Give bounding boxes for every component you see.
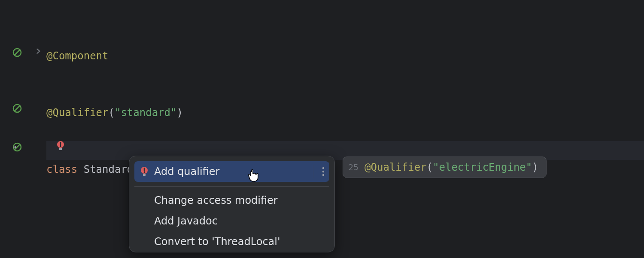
- intention-item-add-qualifier[interactable]: Add qualifier: [134, 161, 329, 182]
- annotation: @Qualifier: [46, 107, 109, 119]
- punct-close-paren: ): [176, 107, 182, 119]
- intention-item-label: Convert to 'ThreadLocal': [154, 236, 280, 248]
- punct-open-paren: (: [427, 161, 433, 173]
- menu-separator: [134, 186, 329, 187]
- intention-bulb-icon[interactable]: [56, 140, 65, 151]
- kebab-menu-icon[interactable]: [313, 165, 327, 178]
- fold-chevron-icon[interactable]: [34, 47, 42, 55]
- keyword-class: class: [46, 163, 77, 175]
- intention-actions-popup: Add qualifier Change access modifier Add…: [129, 156, 335, 252]
- intention-item-label: Add qualifier: [154, 166, 219, 178]
- gutter-autowire-icon[interactable]: [12, 142, 22, 152]
- intention-bulb-error-icon: [140, 166, 149, 177]
- intention-item-convert-threadlocal[interactable]: Convert to 'ThreadLocal': [129, 231, 334, 252]
- annotation: @Component: [46, 50, 109, 62]
- intention-item-label: Change access modifier: [154, 194, 278, 206]
- svg-point-11: [322, 171, 324, 172]
- svg-line-3: [15, 106, 20, 111]
- gutter-bean-icon[interactable]: [12, 103, 22, 114]
- gutter-bean-icon[interactable]: [12, 47, 22, 58]
- intention-item-add-javadoc[interactable]: Add Javadoc: [129, 211, 334, 231]
- intention-preview-tooltip: 25 @Qualifier("electricEngine"): [343, 157, 547, 178]
- intention-item-change-access[interactable]: Change access modifier: [129, 190, 334, 211]
- punct-open-paren: (: [109, 107, 115, 119]
- svg-point-10: [322, 167, 324, 169]
- svg-rect-9: [143, 174, 146, 176]
- svg-point-12: [322, 174, 324, 176]
- string-literal: "standard": [115, 107, 177, 119]
- intention-item-label: Add Javadoc: [154, 215, 218, 227]
- editor-gutter: [0, 0, 46, 258]
- preview-annotation: @Qualifier: [365, 161, 427, 173]
- svg-rect-7: [59, 148, 62, 150]
- preview-line-number: 25: [348, 162, 358, 172]
- svg-line-1: [15, 50, 20, 55]
- preview-string: "electricEngine": [433, 161, 532, 173]
- punct-close-paren: ): [532, 161, 538, 173]
